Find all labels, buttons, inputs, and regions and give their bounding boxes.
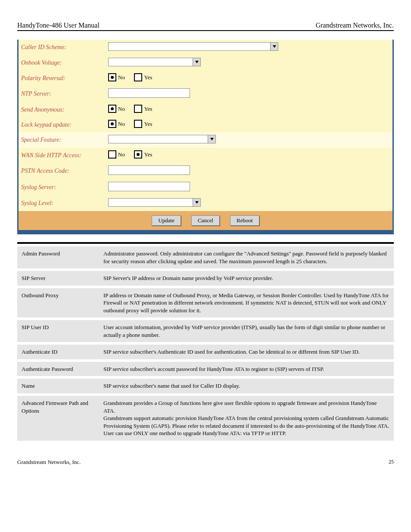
header-vendor: Grandstream Networks, Inc. <box>316 22 394 29</box>
chevron-down-icon <box>270 43 278 50</box>
table-row: Authenticate PasswordSIP service subscri… <box>17 362 394 376</box>
radio-label: Yes <box>144 121 152 128</box>
radio-icon <box>134 120 142 128</box>
label-caller-id-scheme: Caller ID Scheme: <box>19 40 106 55</box>
svg-marker-2 <box>210 138 214 140</box>
table-row: Admin PasswordAdministrator password. On… <box>17 246 394 268</box>
desc-value: Grandstream provides a Group of function… <box>99 396 394 441</box>
radio-label: No <box>118 74 125 81</box>
table-row: Outbound ProxyIP address or Domain name … <box>17 288 394 318</box>
radio-label: Yes <box>144 151 152 158</box>
svg-marker-1 <box>195 61 199 63</box>
cancel-button[interactable]: Cancel <box>191 215 220 226</box>
radio-label: No <box>118 151 125 158</box>
page-footer: Grandstream Networks, Inc. 25 <box>17 459 394 466</box>
syslog-server-input[interactable] <box>108 182 190 191</box>
desc-key: Authenticate Password <box>17 362 99 376</box>
label-special-feature: Special Feature: <box>19 132 106 148</box>
label-send-anonymous: Send Anonymous: <box>19 102 106 117</box>
lock-keypad-no[interactable]: No <box>108 120 125 128</box>
label-onhook-voltage: Onhook Voltage: <box>19 55 106 71</box>
desc-value: Administrator password. Only administrat… <box>99 246 394 268</box>
special-feature-select[interactable] <box>108 135 216 143</box>
radio-label: No <box>118 121 125 128</box>
wan-http-yes[interactable]: Yes <box>134 150 152 159</box>
table-row: Advanced Firmware Path and OptionsGrands… <box>17 396 394 441</box>
radio-label: Yes <box>144 106 152 112</box>
chevron-down-icon <box>193 199 200 206</box>
svg-marker-3 <box>195 201 199 204</box>
footer-page-number: 25 <box>389 459 394 465</box>
send-anonymous-yes[interactable]: Yes <box>134 105 152 113</box>
chevron-down-icon <box>208 135 215 143</box>
label-wan-http: WAN Side HTTP Access: <box>19 148 106 163</box>
radio-icon <box>108 105 116 113</box>
field-descriptions-table: Admin PasswordAdministrator password. On… <box>17 244 394 443</box>
radio-icon <box>108 73 116 81</box>
desc-key: Advanced Firmware Path and Options <box>17 396 99 441</box>
radio-icon <box>134 105 142 113</box>
desc-key: Name <box>17 379 99 393</box>
syslog-level-select[interactable] <box>108 198 201 207</box>
reboot-button[interactable]: Reboot <box>230 215 259 226</box>
svg-marker-0 <box>273 45 276 48</box>
send-anonymous-no[interactable]: No <box>108 105 125 113</box>
radio-label: Yes <box>144 74 152 81</box>
desc-value: SIP service subscriber's account passwor… <box>99 362 394 376</box>
table-row: NameSIP service subscriber's name that u… <box>17 379 394 393</box>
radio-label: No <box>118 106 125 112</box>
desc-value: SIP Server's IP address or Domain name p… <box>99 271 394 286</box>
desc-key: Authenticate ID <box>17 345 99 359</box>
radio-icon <box>134 150 142 159</box>
desc-key: SIP User ID <box>17 320 99 342</box>
form-frame-bottom <box>19 230 392 234</box>
label-syslog-server: Syslog Server: <box>19 179 106 196</box>
label-lock-keypad: Lock keypad update: <box>19 117 106 132</box>
table-row: Authenticate IDSIP service subscriber's … <box>17 345 394 359</box>
polarity-reversal-no[interactable]: No <box>108 73 125 81</box>
desc-value: SIP service subscriber's name that used … <box>99 379 394 393</box>
desc-key: Admin Password <box>17 246 99 268</box>
radio-icon <box>134 73 142 81</box>
desc-key: Outbound Proxy <box>17 288 99 318</box>
desc-key: SIP Server <box>17 271 99 286</box>
footer-brand: Grandstream Networks, Inc. <box>17 459 81 465</box>
table-row: SIP User IDUser account information, pro… <box>17 320 394 342</box>
desc-value: IP address or Domain name of Outbound Pr… <box>99 288 394 318</box>
header-title: HandyTone-486 User Manual <box>17 22 100 29</box>
polarity-reversal-yes[interactable]: Yes <box>134 73 152 81</box>
label-ntp-server: NTP Server: <box>19 86 106 102</box>
caller-id-scheme-select[interactable] <box>108 42 278 51</box>
form-button-row: Update Cancel Reboot <box>19 211 392 230</box>
lock-keypad-yes[interactable]: Yes <box>134 120 152 128</box>
onhook-voltage-select[interactable] <box>108 58 201 66</box>
table-row: SIP ServerSIP Server's IP address or Dom… <box>17 271 394 286</box>
desc-value: SIP service subscriber's Authenticate ID… <box>99 345 394 359</box>
label-pstn-access-code: PSTN Access Code: <box>19 163 106 179</box>
settings-form: Caller ID Scheme: Onhook Voltage: <box>17 40 394 234</box>
pstn-access-code-input[interactable] <box>108 165 190 175</box>
desc-value: User account information, provided by Vo… <box>99 320 394 342</box>
wan-http-no[interactable]: No <box>108 150 125 159</box>
radio-icon <box>108 120 116 128</box>
update-button[interactable]: Update <box>152 215 181 226</box>
radio-icon <box>108 150 116 159</box>
label-syslog-level: Syslog Level: <box>19 196 106 211</box>
chevron-down-icon <box>193 58 200 66</box>
ntp-server-input[interactable] <box>108 88 190 98</box>
page-header: HandyTone-486 User Manual Grandstream Ne… <box>17 22 394 31</box>
label-polarity-reversal: Polarity Reversal: <box>19 71 106 86</box>
